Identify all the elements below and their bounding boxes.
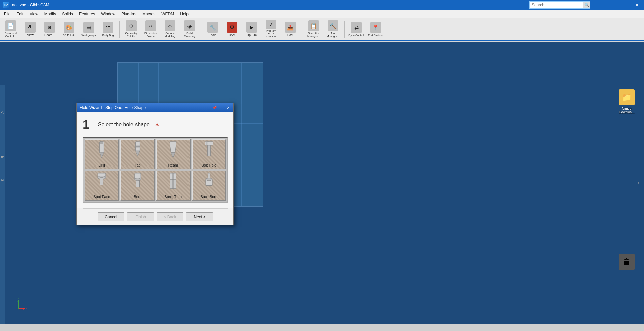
menu-modify[interactable]: Modify [42,11,59,17]
op-sim-icon: ▶ [246,22,257,33]
menu-bar: File Edit View Modify Solids Features Wi… [0,10,644,18]
toolbar-cs-palette[interactable]: 🎨 CS Palette [60,19,78,39]
toolbar-view[interactable]: 👁 View [21,19,40,39]
toolbar-tool-manager[interactable]: 🔨 ToolManager... [324,19,342,39]
toolbar-surface-modeling[interactable]: ◇ SurfaceModeling [161,19,179,39]
menu-help[interactable]: Help [177,11,191,17]
coord-label: Coord... [44,33,55,37]
finish-button[interactable]: Finish [127,212,154,221]
toolbar-part-stations[interactable]: 📍 Part Stations [366,19,385,39]
dimension-palette-label: DimensionPalette [144,32,157,38]
maximize-button[interactable]: □ [623,2,631,8]
tool-manager-label: ToolManager... [327,32,339,38]
left-label-c: C [1,111,4,114]
dialog-close-button[interactable]: ✕ [225,105,231,110]
cancel-button[interactable]: Cancel [98,212,124,221]
svg-marker-7 [100,152,104,158]
svg-rect-8 [100,142,103,144]
toolbar-op-sim[interactable]: ▶ Op Sim [242,19,261,39]
close-button[interactable]: ✕ [633,2,641,8]
hole-shape-drill[interactable]: Drill [85,139,119,169]
svg-text:X: X [26,307,27,310]
svg-rect-20 [207,145,210,156]
toolbar-post[interactable]: 📤 Post [281,19,300,39]
ream-label: Ream [157,163,190,167]
app-icon: Gc [3,2,9,8]
hole-wizard-dialog: Hole Wizard - Step One: Hole Shape 📌 ─ ✕… [76,103,234,225]
toolbar-solid-modeling[interactable]: ◈ SolidModeling [180,19,199,39]
back-button[interactable]: < Back [157,212,183,221]
hole-shape-spot-face[interactable]: Spot Face [85,171,119,201]
hole-shape-ream[interactable]: Ream [156,139,191,169]
bottom-bar [0,324,644,331]
geometry-palette-label: GeometryPalette [125,32,137,38]
dialog-title-text: Hole Wizard - Step One: Hole Shape [80,105,146,110]
toolbar-document-control[interactable]: 📄 DocumentControl... [1,19,20,39]
desktop-icon-trash[interactable]: 🗑 [614,254,639,270]
search-input[interactable] [529,1,583,9]
left-label-t: T [1,134,4,136]
left-edge-labels: C T E G [0,85,5,324]
svg-marker-17 [170,142,176,153]
search-icon[interactable]: 🔍 [583,1,590,9]
dialog-minimize-button[interactable]: ─ [219,105,224,110]
op-sim-label: Op Sim [247,33,257,37]
bore-thru-label: Bore, Thru [157,195,190,199]
menu-window[interactable]: Window [98,11,118,17]
tools-label: Tools [209,33,216,37]
dialog-pin-button[interactable]: 📌 [212,105,217,110]
toolbar-cam[interactable]: ⚙ CAM [223,19,241,39]
step-number: 1 [83,117,93,132]
program-error-checker-label: Program ErrorChecker [263,30,279,38]
right-scroll-arrow[interactable]: › [638,180,639,186]
svg-rect-9 [135,142,140,151]
menu-edit[interactable]: Edit [14,11,26,17]
cam-label: CAM [229,33,235,37]
menu-solids[interactable]: Solids [59,11,76,17]
desktop-icon-cimco[interactable]: 📁 CimcoDownloa... [614,89,639,114]
toolbar-program-error-checker[interactable]: ✓ Program ErrorChecker [262,19,280,39]
tool-manager-icon: 🔨 [328,20,338,31]
hole-shape-back-bore[interactable]: Back Bore [192,171,226,201]
svg-point-27 [135,178,141,181]
main-toolbar: 📄 DocumentControl... 👁 View ⊕ Coord... 🎨… [0,18,644,41]
workgroups-label: Workgroups [82,34,96,37]
post-label: Post [287,33,293,37]
svg-marker-18 [171,153,175,158]
toolbar-geometry-palette[interactable]: ⬡ GeometryPalette [122,19,141,39]
svg-rect-30 [172,173,174,189]
menu-features[interactable]: Features [76,11,98,17]
spot-face-label: Spot Face [85,195,118,199]
back-bore-label: Back Bore [193,195,226,199]
menu-wedm[interactable]: WEDM [159,11,177,17]
workgroups-icon: ▤ [83,22,94,33]
hole-shape-bore[interactable]: Bore [120,171,155,201]
toolbar-separator-1 [119,21,120,38]
part-stations-label: Part Stations [368,34,383,37]
left-label-e: E [1,156,4,158]
menu-file[interactable]: File [1,11,13,17]
body-bag-icon: 🗃 [103,22,113,33]
hole-shape-bore-thru[interactable]: Bore, Thru [156,171,191,201]
hole-shape-tap[interactable]: Tap [120,139,155,169]
dialog-footer: Cancel Finish < Back Next > [77,209,233,225]
toolbar-workgroups[interactable]: ▤ Workgroups [79,19,98,39]
menu-plugins[interactable]: Plug-Ins [119,11,139,17]
toolbar-tools[interactable]: 🔧 Tools [203,19,222,39]
toolbar-coord[interactable]: ⊕ Coord... [40,19,59,39]
toolbar-body-bag[interactable]: 🗃 Body Bag [99,19,117,39]
toolbar-dimension-palette[interactable]: ↔ DimensionPalette [141,19,160,39]
cimco-label: CimcoDownloa... [619,107,634,114]
post-icon: 📤 [285,22,296,33]
cs-palette-label: CS Palette [63,34,75,37]
svg-rect-21 [206,142,208,145]
minimize-button[interactable]: ─ [612,2,621,8]
menu-view[interactable]: View [27,11,41,17]
menu-macros[interactable]: Macros [140,11,158,17]
view-label: View [27,33,33,37]
toolbar-operation-manager[interactable]: 📋 OperationManager... [304,19,323,39]
toolbar-sync-control[interactable]: ⇄ Sync Control [347,19,366,39]
hole-shape-bolt-hole[interactable]: Bolt Hole [192,139,226,169]
dialog-body: 1 Select the hole shape ✶ Drill [77,112,233,208]
next-button[interactable]: Next > [186,212,213,221]
